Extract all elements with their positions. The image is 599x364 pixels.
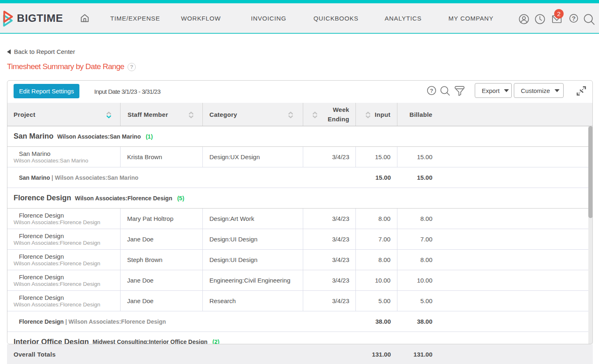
svg-text:?: ? [430,88,433,94]
